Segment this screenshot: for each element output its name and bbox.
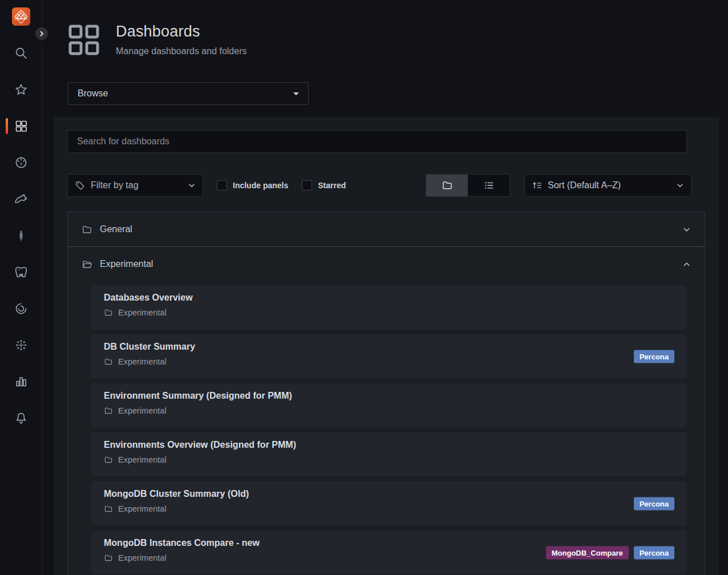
proxysql-icon	[14, 302, 28, 315]
tag-badge[interactable]: Percona	[634, 497, 674, 510]
sort-icon	[532, 180, 542, 191]
sidebar-item-query-analytics[interactable]	[0, 156, 42, 169]
star-icon	[14, 83, 28, 96]
folder-view-button[interactable]	[426, 175, 468, 196]
folder-row-experimental[interactable]: Experimental	[68, 247, 705, 281]
dashboard-folder-meta: Experimental	[104, 455, 572, 464]
sort-select-label: Sort (Default A–Z)	[548, 180, 621, 191]
dashboard-tags: Percona	[634, 497, 674, 510]
sidebar-nav	[0, 46, 42, 448]
starred-checkbox-box[interactable]	[302, 180, 312, 191]
list-view-icon	[483, 180, 495, 191]
mysql-icon	[14, 192, 29, 206]
sidebar-item-mysql[interactable]	[0, 192, 42, 206]
dashboard-folder-name: Experimental	[118, 308, 167, 317]
percona-logo[interactable]	[12, 7, 30, 26]
sidebar-item-postgresql[interactable]	[0, 265, 42, 279]
view-mode-toggle	[426, 174, 510, 197]
browse-tab-label: Browse	[78, 88, 108, 99]
tag-badge[interactable]: Percona	[634, 546, 674, 559]
caret-down-icon	[293, 92, 299, 95]
tag-icon	[75, 180, 85, 191]
sidebar-item-advanced-data-exploration[interactable]	[0, 375, 42, 388]
sidebar	[0, 0, 42, 575]
dashboard-card-list: Databases Overview Experimental DB Clust…	[68, 281, 705, 575]
dashboard-title: Databases Overview	[104, 293, 572, 303]
search-input[interactable]	[67, 130, 687, 153]
include-panels-checkbox[interactable]: Include panels	[217, 180, 288, 191]
folder-icon	[104, 553, 113, 562]
dashboard-folder-name: Experimental	[118, 553, 167, 562]
starred-label: Starred	[318, 181, 346, 190]
dashboard-title: MongoDB Cluster Summary (Old)	[104, 489, 572, 499]
dashboards-page-icon	[68, 24, 100, 58]
dashboard-tags: MongoDB_ComparePercona	[546, 546, 674, 559]
dashboard-card[interactable]: Environment Summary (Designed for PMM) E…	[91, 383, 686, 427]
sidebar-item-proxysql[interactable]	[0, 302, 42, 315]
folder-section-general: General	[67, 212, 705, 247]
dashboard-card[interactable]: DB Cluster Summary Experimental Percona	[91, 334, 686, 378]
starred-checkbox[interactable]: Starred	[302, 180, 346, 191]
sidebar-item-search[interactable]	[0, 46, 42, 60]
gauge-icon	[14, 156, 28, 169]
folder-name: Experimental	[100, 259, 153, 269]
dashboards-grid-icon	[14, 119, 28, 133]
dashboard-folder-name: Experimental	[118, 406, 167, 415]
folder-section-experimental: Experimental Databases Overview Experime…	[67, 246, 705, 575]
folder-icon	[104, 504, 113, 513]
chevron-up-icon	[682, 260, 691, 269]
mongodb-icon	[14, 229, 28, 242]
folder-view-icon	[442, 180, 453, 191]
folder-icon	[104, 455, 113, 464]
search-results-panel: Filter by tag Include panels Starred	[54, 117, 719, 575]
dashboard-folder-name: Experimental	[118, 504, 167, 513]
dashboard-folder-meta: Experimental	[104, 504, 572, 513]
page-subtitle: Manage dashboards and folders	[116, 46, 247, 56]
dashboard-card[interactable]: Databases Overview Experimental	[91, 285, 686, 329]
dashboard-folder-meta: Experimental	[104, 357, 572, 366]
dashboard-title: Environment Summary (Designed for PMM)	[104, 391, 572, 401]
dashboard-folder-meta: Experimental	[104, 553, 572, 562]
haproxy-icon	[14, 338, 28, 352]
page-title: Dashboards	[116, 23, 247, 41]
folder-open-icon	[82, 259, 92, 270]
dashboard-title: DB Cluster Summary	[104, 342, 572, 352]
sort-select[interactable]: Sort (Default A–Z)	[524, 174, 691, 197]
browse-tab-select[interactable]: Browse	[68, 82, 309, 105]
chevron-down-icon	[682, 225, 691, 234]
folder-row-general[interactable]: General	[68, 212, 705, 246]
sidebar-item-dashboards[interactable]	[0, 119, 42, 133]
sidebar-item-haproxy[interactable]	[0, 338, 42, 352]
dashboard-title: MongoDB Instances Compare - new	[104, 538, 572, 548]
chevron-down-icon	[188, 181, 196, 189]
browse-dashboards-screen: Dashboards Manage dashboards and folders…	[0, 0, 728, 575]
bar-chart-icon	[14, 375, 28, 388]
include-panels-checkbox-box[interactable]	[217, 180, 227, 191]
dashboard-folder-name: Experimental	[118, 357, 167, 366]
sidebar-expand-button[interactable]	[34, 26, 50, 42]
tag-badge[interactable]: MongoDB_Compare	[546, 546, 629, 559]
page-header: Dashboards Manage dashboards and folders	[68, 23, 728, 58]
sidebar-item-mongodb[interactable]	[0, 229, 42, 242]
chevron-down-icon	[676, 181, 684, 189]
main-content: Dashboards Manage dashboards and folders…	[42, 0, 728, 575]
list-view-button[interactable]	[468, 175, 509, 196]
folder-icon	[104, 308, 113, 317]
search-icon	[14, 46, 28, 60]
postgresql-icon	[14, 265, 28, 279]
folder-icon	[82, 224, 92, 235]
sidebar-item-starred[interactable]	[0, 83, 42, 96]
tag-filter-select[interactable]: Filter by tag	[67, 174, 203, 197]
dashboard-folder-name: Experimental	[118, 455, 167, 464]
dashboard-tags: Percona	[634, 350, 674, 363]
filter-row: Filter by tag Include panels Starred	[67, 174, 691, 197]
dashboard-card[interactable]: MongoDB Cluster Summary (Old) Experiment…	[91, 481, 686, 525]
dashboard-card[interactable]: MongoDB Instances Compare - new Experime…	[91, 531, 686, 574]
dashboard-card[interactable]: Environments Overview (Designed for PMM)…	[91, 432, 686, 476]
tag-filter-placeholder: Filter by tag	[91, 180, 139, 191]
folder-icon	[104, 406, 113, 415]
dashboard-folder-meta: Experimental	[104, 406, 572, 415]
sidebar-item-alerting[interactable]	[0, 411, 42, 425]
tag-badge[interactable]: Percona	[634, 350, 674, 363]
dashboard-folder-meta: Experimental	[104, 308, 572, 317]
